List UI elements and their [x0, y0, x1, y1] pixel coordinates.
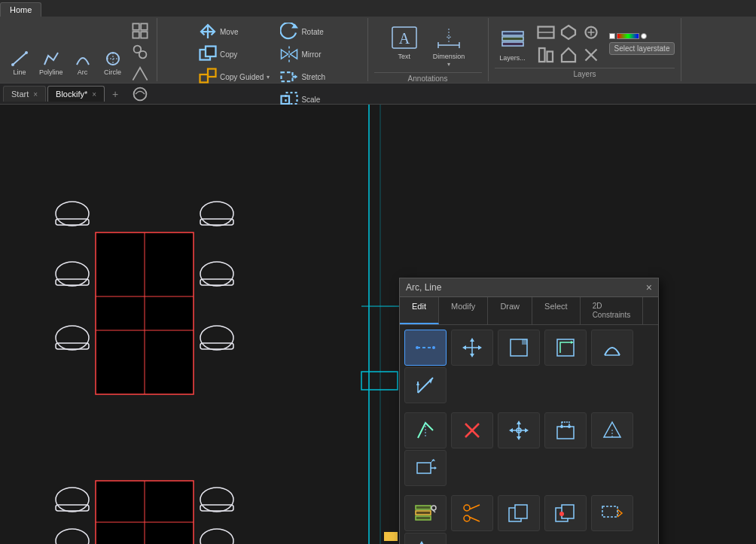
text-button[interactable]: A Text [386, 21, 422, 64]
svg-rect-42 [539, 48, 545, 62]
panel-btn-rectlightning[interactable] [591, 495, 633, 531]
panel-btn-arcshape[interactable] [591, 330, 633, 366]
svg-rect-128 [515, 505, 527, 518]
dimension-button[interactable]: ↔ Dimension ▾ [428, 21, 470, 71]
panel-btn-copyplain[interactable] [498, 495, 540, 531]
layers-button[interactable]: Layers... [495, 23, 531, 65]
svg-rect-16 [208, 69, 216, 77]
panel-btn-rectreverse[interactable] [544, 330, 587, 366]
panel-btn-rectarrowout[interactable] [404, 450, 447, 486]
svg-marker-88 [478, 345, 482, 350]
mirror-button[interactable]: Mirror [277, 44, 328, 65]
layer-icon1[interactable] [535, 22, 556, 43]
svg-marker-136 [419, 541, 424, 544]
svg-rect-120 [416, 516, 431, 520]
svg-rect-6 [133, 23, 139, 29]
svg-marker-85 [470, 338, 474, 342]
svg-text:↔: ↔ [445, 32, 453, 41]
svg-rect-119 [416, 511, 431, 515]
move-button[interactable]: Move [196, 21, 273, 42]
svg-marker-21 [291, 50, 297, 59]
panel-btn-anglearrow[interactable] [404, 367, 447, 403]
panel-tab-2d[interactable]: 2DConstraints [581, 297, 644, 324]
panel-close-button[interactable]: × [646, 281, 652, 293]
layer-icon5[interactable] [558, 44, 579, 65]
svg-rect-90 [522, 339, 527, 345]
ribbon-tab-home[interactable]: Home [0, 2, 41, 17]
ribbon-group-draw: Line Polyline Arc [0, 18, 157, 81]
svg-rect-118 [416, 506, 431, 509]
svg-rect-36 [502, 42, 523, 46]
svg-line-126 [469, 517, 480, 521]
stretch-button[interactable]: Stretch [277, 66, 328, 87]
svg-rect-130 [562, 505, 574, 518]
svg-marker-115 [434, 467, 437, 470]
floating-panel: Arc, Line × Edit Modify Draw Select 2DCo… [399, 278, 659, 544]
tab-start-close[interactable]: × [33, 90, 38, 99]
panel-btn-arcedit1[interactable] [404, 412, 447, 448]
panel-icon-grid-row2 [400, 408, 658, 491]
panel-btn-layersedit[interactable] [404, 495, 447, 531]
svg-point-124 [464, 515, 470, 521]
panel-tab-modify[interactable]: Modify [439, 297, 488, 324]
layer-icon6[interactable] [581, 44, 602, 65]
tab-blockify[interactable]: Blockify* × [47, 86, 105, 102]
copy-button[interactable]: Copy [196, 44, 273, 65]
svg-rect-113 [417, 463, 431, 473]
arc-button[interactable]: Arc [69, 48, 96, 77]
draw-more-btn3[interactable] [130, 63, 151, 83]
panel-tabs: Edit Modify Draw Select 2DConstraints [400, 297, 658, 325]
line-button[interactable]: Line [6, 48, 33, 77]
svg-marker-20 [282, 50, 288, 59]
layers-group-items: Layers... [495, 21, 675, 66]
draw-more-btn4[interactable] [130, 84, 151, 104]
panel-btn-movelightning[interactable] [404, 533, 447, 544]
circle-button[interactable]: Circle [99, 48, 127, 77]
panel-btn-moveall[interactable] [451, 330, 493, 366]
tab-blockify-close[interactable]: × [92, 90, 96, 99]
draw-more-btn2[interactable] [130, 42, 151, 62]
svg-text:A: A [399, 30, 410, 47]
svg-rect-14 [206, 47, 216, 57]
panel-tab-edit[interactable]: Edit [400, 297, 439, 324]
panel-btn-scissors[interactable] [451, 495, 493, 531]
canvas-area: Arc, Line × Edit Modify Draw Select 2DCo… [0, 105, 756, 544]
panel-btn-dashline[interactable] [404, 330, 447, 366]
svg-rect-34 [502, 32, 523, 35]
modify-group-items: Move Copy [196, 21, 328, 110]
select-layerstate-button[interactable]: Select layerstate [609, 42, 675, 55]
svg-rect-35 [502, 37, 523, 41]
ribbon-group-layers: Layers... [489, 18, 682, 81]
svg-marker-102 [517, 421, 521, 424]
svg-marker-86 [470, 354, 474, 357]
rotate-button[interactable]: Rotate [277, 21, 328, 42]
panel-tab-select[interactable]: Select [532, 297, 581, 324]
svg-rect-107 [557, 427, 574, 439]
panel-btn-rectdots[interactable] [544, 412, 587, 448]
svg-marker-103 [517, 436, 521, 440]
svg-marker-24 [295, 74, 297, 79]
draw-more-btn1[interactable] [130, 21, 151, 41]
svg-marker-105 [525, 428, 529, 433]
panel-btn-rectcorner[interactable] [498, 330, 540, 366]
svg-rect-26 [286, 93, 297, 104]
layer-icon4[interactable] [535, 44, 556, 65]
panel-btn-triangle[interactable] [591, 412, 633, 448]
ribbon-group-modify: Move Copy [157, 18, 368, 81]
tab-start[interactable]: Start × [3, 86, 46, 102]
svg-point-1 [11, 63, 14, 66]
tab-add-button[interactable]: + [106, 85, 124, 103]
ribbon-tabs: Home [0, 0, 756, 17]
panel-title-bar[interactable]: Arc, Line × [400, 278, 658, 297]
panel-btn-movecross[interactable] [498, 412, 540, 448]
panel-tab-draw[interactable]: Draw [488, 297, 532, 324]
layer-icon2[interactable] [558, 22, 579, 43]
svg-marker-104 [509, 428, 513, 433]
panel-btn-delete[interactable] [451, 412, 493, 448]
copy-guided-button[interactable]: Copy Guided ▾ [196, 66, 273, 87]
svg-point-131 [559, 512, 564, 516]
annotations-group-items: A Text ↔ Dimension ▾ [386, 21, 470, 71]
layer-icon3[interactable] [581, 22, 602, 43]
polyline-button[interactable]: Polyline [36, 48, 66, 77]
panel-btn-copyplus[interactable] [544, 495, 587, 531]
